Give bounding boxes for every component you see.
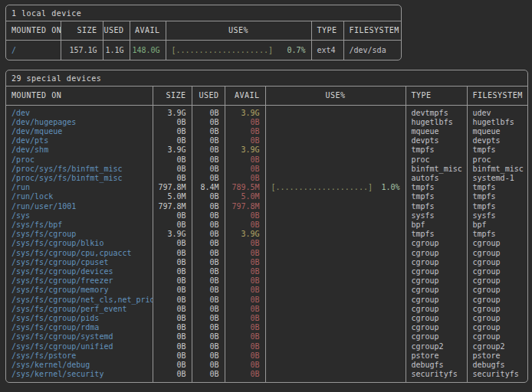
column-header-used: USED: [192, 87, 225, 105]
column-header-type: TYPE: [406, 87, 467, 105]
avail-value: 0B: [225, 296, 265, 305]
avail-value: 5.0M: [225, 192, 265, 201]
avail-value: 0B: [225, 305, 265, 314]
type-value: autofs: [406, 174, 467, 183]
mount-point-value: /sys/kernel/debug: [6, 361, 153, 370]
usage-cell: [265, 258, 406, 267]
usage-cell: [265, 127, 406, 136]
mount-point-value: /sys/fs/cgroup/net_cls,net_prio: [6, 296, 153, 305]
device-row: /sys/fs/cgroup/devices0B0B0Bcgroupcgroup: [6, 267, 527, 276]
usage-cell: [265, 323, 406, 332]
filesystem-value: cgroup: [467, 332, 527, 341]
used-value: 0B: [192, 230, 225, 239]
filesystem-value: tmpfs: [467, 145, 527, 155]
device-row: /sys/fs/cgroup/pids0B0B0Bcgroupcgroup: [6, 314, 527, 323]
usage-cell: [265, 118, 406, 127]
avail-value: 3.9G: [225, 105, 265, 118]
device-row: /dev3.9G0B3.9Gdevtmpfsudev: [6, 105, 527, 118]
device-row: /dev/hugepages0B0B0Bhugetlbfshugetlbfs: [6, 118, 527, 127]
used-value: 0B: [192, 276, 225, 286]
avail-value: 0B: [225, 118, 265, 127]
mount-point-value: /sys/kernel/security: [6, 370, 153, 382]
device-row: /157.1G1.1G148.0G[....................]0…: [6, 40, 401, 60]
type-value: tmpfs: [406, 230, 467, 239]
avail-value: 3.9G: [225, 230, 265, 239]
filesystem-value: systemd-1: [467, 174, 527, 183]
device-row: /sys/fs/bpf0B0B0Bbpfbpf: [6, 220, 527, 230]
avail-value: 0B: [225, 342, 265, 351]
mount-point-value: /sys/fs/cgroup/systemd: [6, 332, 153, 341]
size-value: 5.0M: [153, 192, 192, 201]
usage-cell: [265, 165, 406, 174]
size-value: 0B: [153, 258, 192, 267]
mount-point-value: /sys/fs/cgroup/devices: [6, 267, 153, 276]
filesystem-value: binfmt_misc: [467, 165, 527, 174]
used-value: 8.4M: [192, 183, 225, 192]
usage-cell: [265, 351, 406, 361]
usage-cell: [265, 202, 406, 211]
type-value: tmpfs: [406, 145, 467, 155]
usage-cell: [265, 249, 406, 258]
size-value: 3.9G: [153, 230, 192, 239]
device-row: /sys/fs/cgroup/memory0B0B0Bcgroupcgroup: [6, 286, 527, 295]
mount-point-value: /run/lock: [6, 192, 153, 201]
avail-value: 0B: [225, 332, 265, 341]
avail-value: 0B: [225, 155, 265, 165]
size-value: 0B: [153, 361, 192, 370]
device-row: /run/lock5.0M0B5.0Mtmpfstmpfs: [6, 192, 527, 201]
type-value: cgroup: [406, 296, 467, 305]
mount-point-value: /sys/fs/cgroup/rdma: [6, 323, 153, 332]
filesystem-value: tmpfs: [467, 202, 527, 211]
usage-cell: [265, 276, 406, 286]
usage-cell: [265, 155, 406, 165]
avail-value: 0B: [225, 370, 265, 382]
device-row: /sys/fs/cgroup/blkio0B0B0Bcgroupcgroup: [6, 239, 527, 248]
type-value: cgroup: [406, 249, 467, 258]
device-row: /sys/fs/cgroup/systemd0B0B0Bcgroupcgroup: [6, 332, 527, 341]
usage-cell: [265, 305, 406, 314]
type-value: cgroup: [406, 286, 467, 295]
device-row: /sys/fs/cgroup/perf_event0B0B0Bcgroupcgr…: [6, 305, 527, 314]
size-value: 0B: [153, 249, 192, 258]
used-value: 0B: [192, 105, 225, 118]
size-value: 0B: [153, 127, 192, 136]
type-value: cgroup: [406, 332, 467, 341]
filesystem-value: tmpfs: [467, 183, 527, 192]
type-value: bpf: [406, 220, 467, 230]
size-value: 0B: [153, 323, 192, 332]
mount-point-value: /proc: [6, 155, 153, 165]
filesystem-value: cgroup: [467, 249, 527, 258]
used-value: 1.1G: [103, 40, 130, 60]
size-value: 0B: [153, 351, 192, 361]
mount-point-value: /sys/fs/cgroup/pids: [6, 314, 153, 323]
usage-cell: [265, 105, 406, 118]
mount-point-value: /sys/fs/cgroup/memory: [6, 286, 153, 295]
size-value: 0B: [153, 220, 192, 230]
mount-point-value: /sys/fs/cgroup/freezer: [6, 276, 153, 286]
type-value: tmpfs: [406, 202, 467, 211]
used-value: 0B: [192, 249, 225, 258]
type-value: devpts: [406, 136, 467, 145]
used-value: 0B: [192, 351, 225, 361]
filesystem-value: securityfs: [467, 370, 527, 382]
mount-point-value: /sys/fs/pstore: [6, 351, 153, 361]
usage-cell: [265, 174, 406, 183]
column-header-use-percent: USE%: [265, 87, 406, 105]
avail-value: 0B: [225, 127, 265, 136]
size-value: 0B: [153, 211, 192, 220]
device-row: /dev/mqueue0B0B0Bmqueuemqueue: [6, 127, 527, 136]
local-devices-panel: 1 local device MOUNTED ON SIZE USED AVAI…: [5, 5, 402, 60]
size-value: 797.8M: [153, 183, 192, 192]
mount-point-value: /sys/fs/cgroup/perf_event: [6, 305, 153, 314]
mount-point-value: /sys/fs/cgroup/blkio: [6, 239, 153, 248]
filesystem-value: tmpfs: [467, 230, 527, 239]
mount-point-value: /sys/fs/cgroup: [6, 230, 153, 239]
used-value: 0B: [192, 165, 225, 174]
size-value: 0B: [153, 296, 192, 305]
used-value: 0B: [192, 127, 225, 136]
usage-cell: [....................]1.0%: [265, 183, 406, 192]
used-value: 0B: [192, 192, 225, 201]
type-value: cgroup: [406, 314, 467, 323]
filesystem-value: cgroup: [467, 276, 527, 286]
size-value: 0B: [153, 267, 192, 276]
